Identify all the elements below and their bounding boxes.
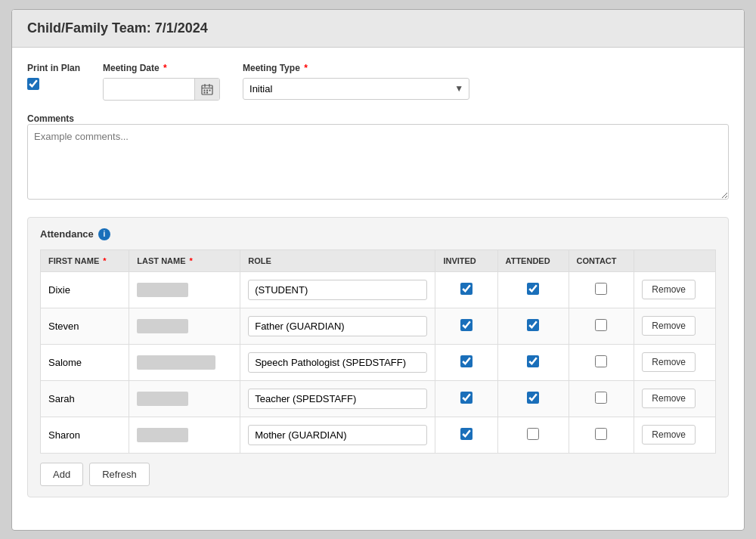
last-name-redacted: ██████ bbox=[137, 392, 187, 406]
invited-checkbox[interactable] bbox=[460, 392, 472, 404]
meeting-type-label: Meeting Type * bbox=[243, 63, 469, 73]
last-name-redacted: ██████████ bbox=[137, 355, 215, 370]
attendance-table-body: Dixie ██████ Remove Steven ██████ Remove… bbox=[41, 271, 716, 453]
card-body: Print in Plan Meeting Date * 07/01/2024 bbox=[12, 48, 744, 513]
attended-checkbox[interactable] bbox=[527, 428, 539, 440]
svg-rect-6 bbox=[209, 89, 211, 91]
role-input[interactable] bbox=[248, 425, 427, 445]
main-card: Child/Family Team: 7/1/2024 Print in Pla… bbox=[11, 9, 745, 531]
remove-button[interactable]: Remove bbox=[642, 280, 696, 299]
cell-attended bbox=[497, 344, 569, 380]
meeting-type-group: Meeting Type * Initial Annual Quarterly … bbox=[243, 63, 469, 100]
cell-action: Remove bbox=[634, 380, 716, 417]
cell-firstname: Dixie bbox=[41, 271, 129, 308]
col-header-invited: INVITED bbox=[435, 249, 497, 271]
cell-attended bbox=[497, 271, 569, 308]
invited-checkbox[interactable] bbox=[460, 355, 472, 367]
last-name-redacted: ██████ bbox=[137, 319, 187, 333]
table-row: Steven ██████ Remove bbox=[41, 308, 716, 344]
meeting-type-required: * bbox=[302, 63, 308, 73]
contact-checkbox[interactable] bbox=[595, 392, 607, 404]
cell-action: Remove bbox=[634, 308, 716, 344]
table-actions: Add Refresh bbox=[40, 463, 716, 486]
cell-firstname: Sharon bbox=[41, 417, 129, 453]
table-row: Sharon ██████ Remove bbox=[41, 417, 716, 453]
print-in-plan-group: Print in Plan bbox=[27, 63, 80, 90]
meeting-date-input-wrapper: 07/01/2024 bbox=[103, 78, 220, 101]
contact-checkbox[interactable] bbox=[595, 428, 607, 440]
contact-checkbox[interactable] bbox=[595, 283, 607, 295]
attendance-table-head: FIRST NAME * LAST NAME * ROLE INVITED AT… bbox=[41, 249, 716, 271]
cell-invited bbox=[435, 271, 497, 308]
info-icon[interactable]: i bbox=[98, 228, 110, 240]
attendance-label: Attendance bbox=[40, 228, 94, 240]
table-row: Dixie ██████ Remove bbox=[41, 271, 716, 308]
meeting-type-select-wrapper: Initial Annual Quarterly Other ▼ bbox=[243, 78, 469, 100]
invited-checkbox[interactable] bbox=[460, 319, 472, 331]
cell-lastname: ██████ bbox=[129, 271, 240, 308]
table-header-row: FIRST NAME * LAST NAME * ROLE INVITED AT… bbox=[41, 249, 716, 271]
cell-contact bbox=[569, 271, 634, 308]
cell-attended bbox=[497, 417, 569, 453]
col-header-lastname: LAST NAME * bbox=[129, 249, 240, 271]
contact-checkbox[interactable] bbox=[595, 319, 607, 331]
refresh-button[interactable]: Refresh bbox=[89, 463, 150, 486]
contact-checkbox[interactable] bbox=[595, 355, 607, 367]
cell-contact bbox=[569, 344, 634, 380]
cell-attended bbox=[497, 308, 569, 344]
role-input[interactable] bbox=[248, 316, 427, 336]
cell-role bbox=[240, 271, 435, 308]
svg-rect-4 bbox=[204, 89, 206, 91]
meeting-date-label: Meeting Date * bbox=[103, 63, 220, 73]
cell-firstname: Salome bbox=[41, 344, 129, 380]
attendance-section: Attendance i FIRST NAME * LAST NAME * RO… bbox=[27, 217, 729, 497]
cell-role bbox=[240, 344, 435, 380]
remove-button[interactable]: Remove bbox=[642, 352, 696, 372]
cell-contact bbox=[569, 380, 634, 417]
cell-invited bbox=[435, 344, 497, 380]
role-input[interactable] bbox=[248, 389, 427, 409]
calendar-button[interactable] bbox=[194, 79, 219, 100]
cell-lastname: ██████████ bbox=[129, 344, 240, 380]
attended-checkbox[interactable] bbox=[527, 355, 539, 367]
attendance-header: Attendance i bbox=[40, 228, 716, 240]
comments-group: Comments bbox=[27, 113, 729, 202]
col-header-attended: ATTENDED bbox=[497, 249, 569, 271]
meeting-type-select[interactable]: Initial Annual Quarterly Other bbox=[243, 78, 469, 100]
attended-checkbox[interactable] bbox=[527, 319, 539, 331]
cell-contact bbox=[569, 417, 634, 453]
svg-rect-7 bbox=[204, 91, 206, 93]
cell-contact bbox=[569, 308, 634, 344]
invited-checkbox[interactable] bbox=[460, 428, 472, 440]
add-button[interactable]: Add bbox=[40, 463, 83, 486]
print-in-plan-checkbox[interactable] bbox=[27, 78, 39, 90]
remove-button[interactable]: Remove bbox=[642, 425, 696, 445]
attended-checkbox[interactable] bbox=[527, 283, 539, 295]
last-name-redacted: ██████ bbox=[137, 283, 187, 297]
cell-action: Remove bbox=[634, 271, 716, 308]
cell-invited bbox=[435, 308, 497, 344]
cell-role bbox=[240, 417, 435, 453]
cell-lastname: ██████ bbox=[129, 380, 240, 417]
svg-rect-5 bbox=[206, 89, 208, 91]
comments-textarea[interactable] bbox=[27, 124, 729, 200]
meeting-date-required: * bbox=[161, 63, 167, 73]
cell-attended bbox=[497, 380, 569, 417]
cell-lastname: ██████ bbox=[129, 308, 240, 344]
role-input[interactable] bbox=[248, 352, 427, 373]
remove-button[interactable]: Remove bbox=[642, 316, 696, 336]
meeting-date-input[interactable]: 07/01/2024 bbox=[104, 79, 194, 99]
col-header-role: ROLE bbox=[240, 249, 435, 271]
cell-invited bbox=[435, 417, 497, 453]
cell-firstname: Steven bbox=[41, 308, 129, 344]
table-row: Sarah ██████ Remove bbox=[41, 380, 716, 417]
cell-invited bbox=[435, 380, 497, 417]
cell-lastname: ██████ bbox=[129, 417, 240, 453]
last-name-redacted: ██████ bbox=[137, 428, 187, 442]
attended-checkbox[interactable] bbox=[527, 392, 539, 404]
remove-button[interactable]: Remove bbox=[642, 389, 696, 408]
invited-checkbox[interactable] bbox=[460, 283, 472, 295]
col-header-contact: CONTACT bbox=[569, 249, 634, 271]
role-input[interactable] bbox=[248, 280, 427, 300]
meeting-date-group: Meeting Date * 07/01/2024 bbox=[103, 63, 220, 101]
